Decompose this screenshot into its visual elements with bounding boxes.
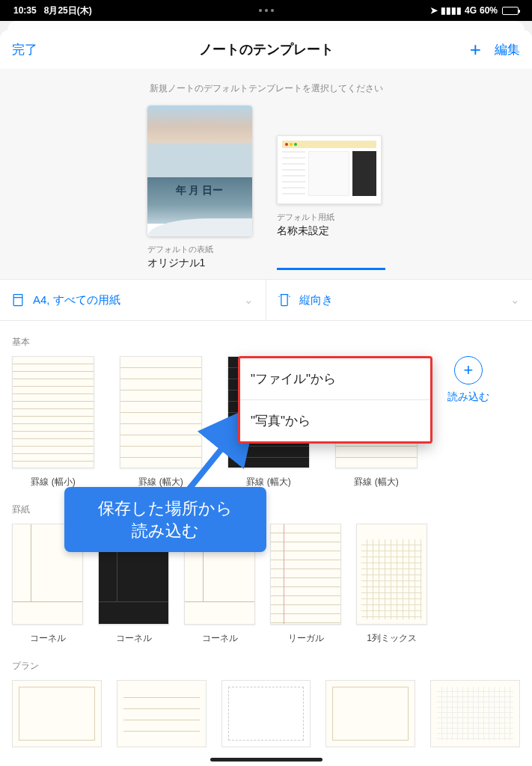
paper-main: 名称未設定 <box>277 224 385 238</box>
annotation-callout: 保存した場所から 読み込む <box>64 487 266 552</box>
section-plan: プラン <box>0 645 532 680</box>
paper-sub: デフォルト用紙 <box>277 212 385 223</box>
template-item[interactable]: リーガル <box>270 524 341 645</box>
battery-icon <box>502 7 519 15</box>
add-button[interactable]: + <box>470 40 481 59</box>
template-item[interactable] <box>430 680 520 747</box>
status-bar: 10:35 8月25日(木) ➤ ▮▮▮▮ 4G 60% <box>0 0 532 21</box>
edit-button[interactable]: 編集 <box>495 41 520 58</box>
cover-sub: デフォルトの表紙 <box>147 244 256 255</box>
orientation-dropdown[interactable]: 縦向き ⌄ <box>266 280 532 320</box>
network-label: 4G <box>465 5 477 16</box>
import-from-photo[interactable]: "写真"から <box>240 399 430 441</box>
orientation-icon <box>277 292 292 307</box>
page-title: ノートのテンプレート <box>199 40 334 58</box>
template-item[interactable] <box>12 680 102 747</box>
default-paper[interactable]: デフォルト用紙 名称未設定 <box>277 105 385 270</box>
battery-percent: 60% <box>480 5 498 16</box>
template-item[interactable] <box>325 680 415 747</box>
default-cover[interactable]: 年 月 日ー デフォルトの表紙 オリジナル1 <box>147 105 256 270</box>
svg-rect-1 <box>281 295 287 306</box>
default-template-area: 新規ノートのデフォルトテンプレートを選択してください 年 月 日ー デフォルトの… <box>0 69 532 321</box>
template-item[interactable] <box>221 680 311 747</box>
import-popup: "ファイル"から "写真"から <box>238 356 432 444</box>
signal-icon: ▮▮▮▮ <box>441 5 462 16</box>
template-item[interactable]: 1列ミックス <box>356 524 427 645</box>
template-item[interactable]: 罫線 (幅小) <box>12 356 94 488</box>
cover-overlay-text: 年 月 日ー <box>147 184 252 197</box>
home-indicator[interactable] <box>210 758 322 762</box>
cover-main: オリジナル1 <box>147 257 256 270</box>
done-button[interactable]: 完了 <box>12 41 37 58</box>
location-icon: ➤ <box>430 5 438 16</box>
import-from-file[interactable]: "ファイル"から <box>240 358 430 399</box>
import-label: 読み込む <box>447 390 489 404</box>
section-basic: 基本 <box>0 321 532 356</box>
nav-bar: 完了 ノートのテンプレート + 編集 <box>0 30 532 69</box>
page-icon <box>10 292 25 307</box>
template-item[interactable]: 罫線 (幅大) <box>120 356 202 488</box>
template-item[interactable] <box>117 680 207 747</box>
import-button[interactable]: + <box>454 356 483 384</box>
status-time: 10:35 <box>13 5 37 16</box>
paper-size-dropdown[interactable]: A4, すべての用紙 ⌄ <box>0 280 266 320</box>
svg-rect-0 <box>13 295 22 306</box>
multitask-dots-icon <box>259 9 274 12</box>
selector-hint: 新規ノートのデフォルトテンプレートを選択してください <box>0 82 532 95</box>
chevron-down-icon: ⌄ <box>244 293 254 307</box>
chevron-down-icon: ⌄ <box>510 293 520 307</box>
status-date: 8月25日(木) <box>44 4 92 17</box>
